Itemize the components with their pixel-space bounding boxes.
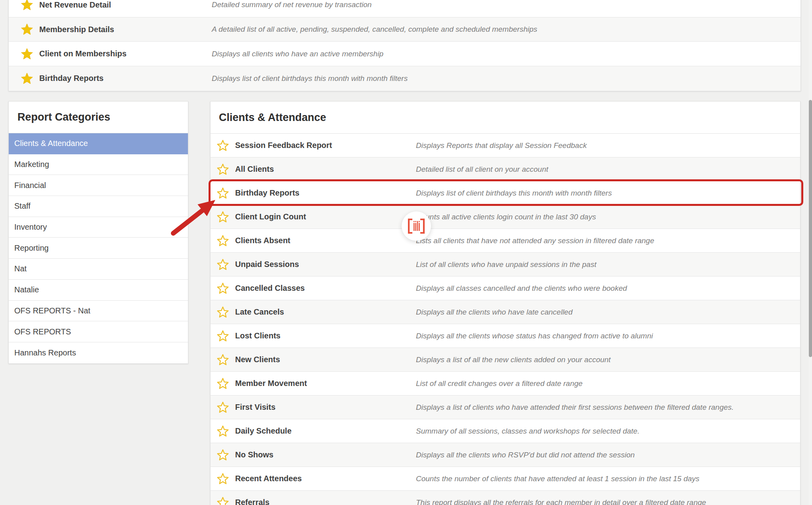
report-row[interactable]: Cancelled Classes Displays all classes c… <box>211 277 800 300</box>
favorites-strip: Net Revenue Detail Detailed summary of n… <box>8 0 801 91</box>
report-description: Summary of all sessions, classes and wor… <box>416 427 640 436</box>
star-outline-icon[interactable] <box>217 282 229 294</box>
report-description: Lists all clients that have not attended… <box>416 236 654 245</box>
star-outline-icon[interactable] <box>217 497 229 505</box>
report-row[interactable]: Member Movement List of all credit chang… <box>211 372 800 396</box>
report-row[interactable]: No Shows Displays all the clients who RS… <box>211 443 800 467</box>
report-description: Displays all clients who have an active … <box>212 50 383 58</box>
report-title[interactable]: Clients Absent <box>235 236 290 245</box>
report-description: Displays a list of all the new clients a… <box>416 355 611 364</box>
report-description: This report displays all the referrals f… <box>416 498 706 505</box>
star-outline-icon[interactable] <box>217 259 229 271</box>
clients-attendance-panel: Clients & Attendance Session Feedback Re… <box>210 101 801 505</box>
sidebar-item-hannahs-reports[interactable]: Hannahs Reports <box>9 342 188 363</box>
star-outline-icon[interactable] <box>217 354 229 366</box>
star-outline-icon[interactable] <box>217 306 229 318</box>
report-row[interactable]: Late Cancels Displays all the clients wh… <box>211 300 800 324</box>
sidebar-item-staff[interactable]: Staff <box>9 196 188 217</box>
scrollbar-track[interactable] <box>809 0 812 505</box>
sidebar-item-inventory[interactable]: Inventory <box>9 217 188 238</box>
report-description: Counts all active clients login count in… <box>416 213 596 221</box>
report-description: Counts the number of clients that have a… <box>416 474 699 483</box>
report-description: A detailed list of all active, pending, … <box>212 25 537 34</box>
report-title[interactable]: Membership Details <box>39 25 114 34</box>
report-categories-panel: Report Categories Clients & Attendance M… <box>8 101 188 364</box>
report-title[interactable]: Recent Attendees <box>235 474 302 483</box>
star-filled-icon[interactable] <box>21 0 33 11</box>
report-title[interactable]: Birthday Reports <box>235 188 299 198</box>
report-row-birthday-reports[interactable]: Birthday Reports Displays list of client… <box>211 181 800 205</box>
report-row[interactable]: Daily Schedule Summary of all sessions, … <box>211 419 800 443</box>
report-title[interactable]: First Visits <box>235 403 276 412</box>
star-outline-icon[interactable] <box>217 140 229 152</box>
report-description: Displays Reports that display all Sessio… <box>416 141 587 150</box>
report-description: Displays all the clients who have late c… <box>416 308 573 317</box>
star-filled-icon[interactable] <box>21 48 33 60</box>
scrollbar-thumb[interactable] <box>809 100 812 357</box>
report-description: List of all credit changes over a filter… <box>416 379 582 388</box>
star-outline-icon[interactable] <box>217 378 229 390</box>
barcode-scan-icon <box>407 218 426 234</box>
star-outline-icon[interactable] <box>217 330 229 342</box>
report-row[interactable]: Client Login Count Counts all active cli… <box>211 205 800 229</box>
sidebar-item-financial[interactable]: Financial <box>9 175 188 196</box>
panel-title: Report Categories <box>9 102 188 133</box>
sidebar-item-ofs-reports-nat[interactable]: OFS REPORTS - Nat <box>9 301 188 322</box>
sidebar-item-ofs-reports[interactable]: OFS REPORTS <box>9 321 188 342</box>
report-title[interactable]: Late Cancels <box>235 307 284 317</box>
report-description: Displays a list of clients who have atte… <box>416 403 734 412</box>
report-row[interactable]: Recent Attendees Counts the number of cl… <box>211 467 800 491</box>
report-row[interactable]: Unpaid Sessions List of all clients who … <box>211 253 800 277</box>
report-title[interactable]: Birthday Reports <box>39 74 103 83</box>
star-filled-icon[interactable] <box>21 23 33 36</box>
sidebar-item-nat[interactable]: Nat <box>9 259 188 280</box>
sidebar-item-marketing[interactable]: Marketing <box>9 154 188 175</box>
report-title[interactable]: Net Revenue Detail <box>39 0 111 10</box>
report-row[interactable]: New Clients Displays a list of all the n… <box>211 348 800 372</box>
star-outline-icon[interactable] <box>217 473 229 485</box>
sidebar-item-clients-attendance[interactable]: Clients & Attendance <box>9 133 188 154</box>
report-description: Displays list of client birthdays this m… <box>212 74 408 83</box>
report-row[interactable]: First Visits Displays a list of clients … <box>211 396 800 419</box>
report-description: Displays all the clients who RSVP'd but … <box>416 451 635 459</box>
star-outline-icon[interactable] <box>217 163 229 175</box>
favorite-report-row[interactable]: Membership Details A detailed list of al… <box>9 17 801 42</box>
star-outline-icon[interactable] <box>217 449 229 461</box>
star-outline-icon[interactable] <box>217 401 229 413</box>
star-outline-icon[interactable] <box>217 187 229 199</box>
star-filled-icon[interactable] <box>21 72 33 85</box>
loading-spinner <box>402 211 431 241</box>
report-row[interactable]: Clients Absent Lists all clients that ha… <box>211 229 800 253</box>
report-description: Displays list of client birthdays this m… <box>416 189 612 198</box>
report-description: List of all clients who have unpaid sess… <box>416 260 596 269</box>
report-description: Detailed list of all client on your acco… <box>416 165 548 174</box>
star-outline-icon[interactable] <box>217 425 229 437</box>
star-outline-icon[interactable] <box>217 211 229 223</box>
report-title[interactable]: New Clients <box>235 355 280 364</box>
favorite-report-row[interactable]: Net Revenue Detail Detailed summary of n… <box>9 0 801 17</box>
report-title[interactable]: Client Login Count <box>235 212 306 221</box>
favorite-report-row[interactable]: Birthday Reports Displays list of client… <box>9 66 801 91</box>
report-description: Displays all the clients whose status ha… <box>416 332 653 340</box>
report-title[interactable]: Daily Schedule <box>235 426 291 436</box>
report-title[interactable]: Client on Memberships <box>39 49 126 58</box>
report-title[interactable]: All Clients <box>235 165 274 174</box>
report-title[interactable]: Cancelled Classes <box>235 284 305 293</box>
report-title[interactable]: Unpaid Sessions <box>235 260 299 269</box>
sidebar-item-natalie[interactable]: Natalie <box>9 280 188 301</box>
report-row[interactable]: Session Feedback Report Displays Reports… <box>211 134 800 157</box>
panel-title: Clients & Attendance <box>211 102 800 134</box>
report-title[interactable]: Session Feedback Report <box>235 141 332 150</box>
report-title[interactable]: Member Movement <box>235 379 307 388</box>
report-row[interactable]: Lost Clients Displays all the clients wh… <box>211 324 800 348</box>
report-description: Displays all classes cancelled and the c… <box>416 284 627 293</box>
report-description: Detailed summary of net revenue by trans… <box>212 0 372 9</box>
report-row[interactable]: Referrals This report displays all the r… <box>211 491 800 505</box>
star-outline-icon[interactable] <box>217 235 229 247</box>
report-title[interactable]: Lost Clients <box>235 331 280 340</box>
sidebar-item-reporting[interactable]: Reporting <box>9 238 188 259</box>
report-row[interactable]: All Clients Detailed list of all client … <box>211 157 800 181</box>
report-title[interactable]: Referrals <box>235 498 270 505</box>
report-title[interactable]: No Shows <box>235 450 274 459</box>
favorite-report-row[interactable]: Client on Memberships Displays all clien… <box>9 42 801 66</box>
